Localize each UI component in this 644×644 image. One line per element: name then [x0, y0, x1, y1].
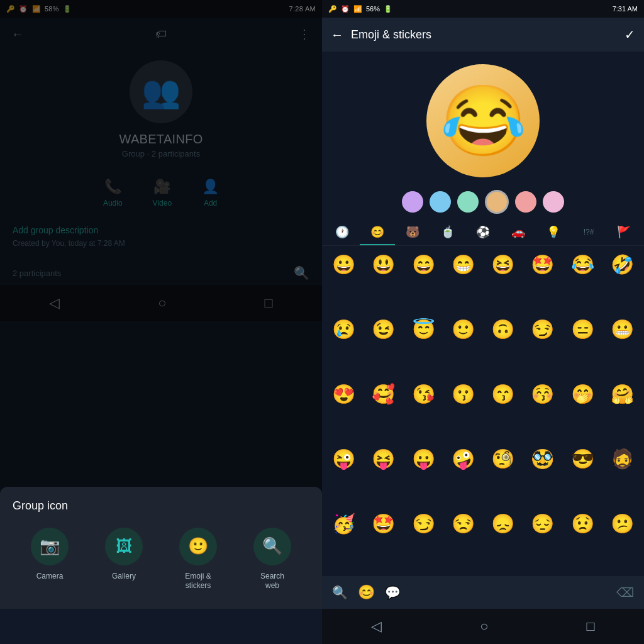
top-nav-right: ← Emoji & stickers ✓	[322, 18, 644, 52]
emoji-smirk[interactable]: 😏	[523, 314, 562, 343]
camera-label: Camera	[36, 572, 64, 582]
right-battery-text: 56%	[366, 5, 380, 13]
emoji-rofl[interactable]: 🤣	[603, 250, 641, 279]
cat-food[interactable]: 🍵	[430, 220, 465, 245]
right-key-icon: 🔑	[328, 5, 337, 13]
emoji-squinting-tongue[interactable]: 😝	[364, 444, 402, 473]
emoji-smiley-tab[interactable]: 😊	[358, 584, 375, 601]
search-web-icon: 🔍	[262, 536, 282, 556]
search-web-icon-circle: 🔍	[253, 528, 291, 565]
emoji-worried[interactable]: 😟	[564, 509, 602, 538]
emoji-bottom-bar: 🔍 😊 💬 ⌫	[322, 576, 644, 609]
camera-option[interactable]: 📷 Camera	[31, 528, 69, 591]
emoji-laughing[interactable]: 😆	[484, 250, 522, 279]
emoji-confused[interactable]: 😕	[603, 509, 641, 538]
search-web-label: Search web	[260, 572, 284, 591]
preview-emoji: 😂	[440, 86, 526, 155]
emoji-stickers-icon-circle: 🙂	[179, 528, 217, 565]
emoji-grid: 😀 😃 😄 😁 😆 🤩 😂 🤣 😢 😉 😇 🙂 🙃 😏 😑 😬 😍 🥰 😘 😗 …	[322, 246, 644, 576]
emoji-party2[interactable]: 🤩	[364, 509, 402, 538]
cat-travel[interactable]: 🚗	[501, 220, 536, 245]
emoji-neutral[interactable]: 😑	[564, 314, 602, 343]
gallery-icon-circle: 🖼	[105, 528, 143, 565]
gallery-option[interactable]: 🖼 Gallery	[105, 528, 143, 591]
search-web-option[interactable]: 🔍 Search web	[253, 528, 291, 591]
emoji-joy[interactable]: 😂	[564, 250, 602, 279]
home-nav-right[interactable]: ○	[480, 618, 488, 635]
right-panel: 🔑 ⏰ 📶 56% 🔋 7:31 AM ← Emoji & stickers ✓…	[322, 0, 644, 644]
sheet-options: 📷 Camera 🖼 Gallery 🙂 Emoji & stickers	[13, 528, 309, 591]
emoji-wink[interactable]: 😉	[364, 314, 402, 343]
cat-smileys[interactable]: 😊	[360, 220, 395, 245]
emoji-beard[interactable]: 🧔	[603, 444, 641, 473]
right-alarm-icon: ⏰	[341, 5, 350, 13]
right-battery-icon: 🔋	[384, 5, 392, 13]
check-button[interactable]: ✓	[625, 27, 635, 42]
emoji-preview-circle: 😂	[426, 64, 540, 177]
emoji-grin[interactable]: 😁	[444, 250, 482, 279]
cat-animals[interactable]: 🐻	[395, 220, 430, 245]
emoji-stickers-title: Emoji & stickers	[351, 28, 617, 42]
emoji-monocle[interactable]: 🧐	[484, 444, 522, 473]
emoji-disguised[interactable]: 🥸	[523, 444, 562, 473]
emoji-upside-down[interactable]: 🙃	[484, 314, 522, 343]
gallery-icon: 🖼	[116, 536, 132, 556]
right-signal-icon: 📶	[353, 5, 362, 13]
bottom-sheet: Group icon 📷 Camera 🖼 Gallery 🙂	[0, 487, 322, 609]
emoji-kissing[interactable]: 😗	[444, 379, 482, 408]
skin-tone-2[interactable]	[457, 191, 479, 213]
back-nav-right[interactable]: ◁	[371, 618, 382, 635]
emoji-preview-area: 😂	[322, 52, 644, 186]
skin-tone-5[interactable]	[543, 191, 564, 213]
skin-tone-0[interactable]	[402, 191, 423, 213]
emoji-partying[interactable]: 🥳	[325, 509, 363, 538]
emoji-grinning[interactable]: 😀	[325, 250, 363, 279]
emoji-cry[interactable]: 😢	[325, 314, 363, 343]
emoji-hugging[interactable]: 🤗	[603, 379, 641, 408]
emoji-star-struck[interactable]: 🤩	[523, 250, 562, 279]
skin-tone-row	[322, 186, 644, 218]
delete-emoji-button[interactable]: ⌫	[616, 585, 634, 600]
emoji-winking-tongue[interactable]: 😜	[325, 444, 363, 473]
emoji-disappointed[interactable]: 😞	[484, 509, 522, 538]
camera-icon-circle: 📷	[31, 528, 69, 565]
right-time: 7:31 AM	[613, 5, 638, 13]
emoji-stickers-label: Emoji & stickers	[185, 572, 211, 591]
left-panel: 🔑 ⏰ 📶 58% 🔋 7:28 AM ← 🏷 ⋮ 👥 WABETAINFO G…	[0, 0, 322, 644]
emoji-stickers-icon: 🙂	[188, 536, 208, 556]
skin-tone-3[interactable]	[485, 190, 509, 214]
emoji-grimace[interactable]: 😬	[603, 314, 641, 343]
nav-bar-right: ◁ ○ □	[322, 609, 644, 644]
cat-objects[interactable]: 💡	[536, 220, 571, 245]
emoji-pensive[interactable]: 😔	[523, 509, 562, 538]
emoji-kissing-closed[interactable]: 😚	[523, 379, 562, 408]
emoji-shushing[interactable]: 🤭	[564, 379, 602, 408]
cat-symbols[interactable]: !?#	[571, 223, 606, 243]
emoji-kissing-smiling[interactable]: 😙	[484, 379, 522, 408]
sticker-tab[interactable]: 💬	[385, 585, 401, 600]
emoji-kissing-heart[interactable]: 😘	[404, 379, 443, 408]
recents-nav-right[interactable]: □	[587, 618, 595, 635]
emoji-unamused[interactable]: 😒	[444, 509, 482, 538]
emoji-slight-smile[interactable]: 🙂	[444, 314, 482, 343]
emoji-stickers-option[interactable]: 🙂 Emoji & stickers	[179, 528, 217, 591]
camera-icon: 📷	[40, 536, 60, 556]
skin-tone-1[interactable]	[430, 191, 451, 213]
emoji-sunglasses[interactable]: 😎	[564, 444, 602, 473]
cat-recent[interactable]: 🕐	[325, 220, 360, 245]
emoji-heart-eyes[interactable]: 😍	[325, 379, 363, 408]
category-tabs: 🕐 😊 🐻 🍵 ⚽ 🚗 💡 !?# 🚩	[322, 218, 644, 246]
gallery-label: Gallery	[112, 572, 136, 582]
cat-flags[interactable]: 🚩	[606, 220, 641, 245]
back-button-right[interactable]: ←	[331, 28, 343, 42]
emoji-smirk2[interactable]: 😏	[404, 509, 443, 538]
emoji-search-icon[interactable]: 🔍	[332, 585, 348, 600]
emoji-innocent[interactable]: 😇	[404, 314, 443, 343]
emoji-smiling-hearts[interactable]: 🥰	[364, 379, 402, 408]
emoji-tongue[interactable]: 😛	[404, 444, 443, 473]
emoji-smile[interactable]: 😄	[404, 250, 443, 279]
skin-tone-4[interactable]	[515, 191, 536, 213]
emoji-zany[interactable]: 🤪	[444, 444, 482, 473]
cat-activity[interactable]: ⚽	[465, 220, 501, 245]
emoji-smiley[interactable]: 😃	[364, 250, 402, 279]
